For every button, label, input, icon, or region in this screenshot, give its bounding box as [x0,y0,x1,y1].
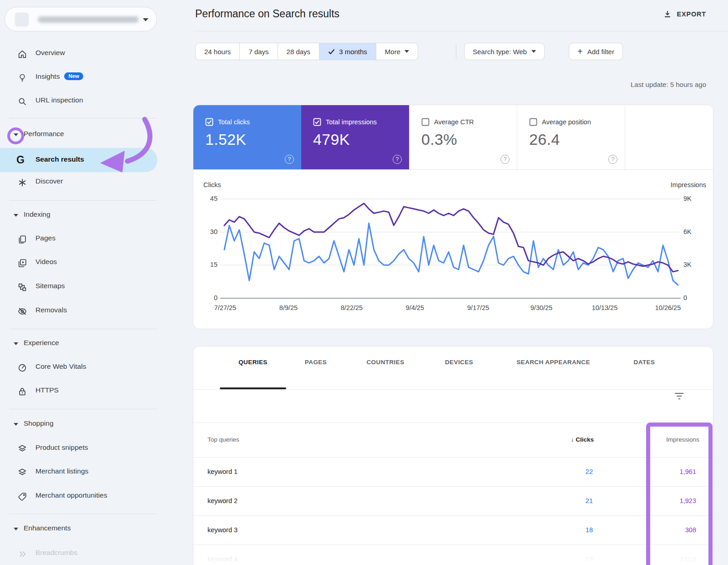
filter-icon[interactable] [674,391,685,402]
query-cell[interactable]: keyword 1 [207,468,238,475]
table-divider [193,389,713,390]
sidebar-item-core-web-vitals[interactable]: Core Web Vitals [0,358,157,377]
column-header-clicks-sorted[interactable]: ↓ Clicks [546,436,594,443]
metric-value: 26.4 [529,131,625,148]
checkbox-checked-icon [313,118,321,126]
sidebar-item-merchant-listings[interactable]: Merchant listings [0,463,157,481]
sidebar-item-label: URL inspection [35,96,83,104]
chevron-down-icon [404,50,409,53]
sidebar-section-label: Experience [24,339,59,347]
sidebar-item-merchant-opportunities[interactable]: Merchant opportunities [0,487,157,505]
search-type-label: Search type: Web [473,48,527,56]
help-icon[interactable]: ? [393,155,402,164]
sitemap-tree-icon [17,282,27,292]
sidebar-section-label: Enhancements [24,524,71,532]
property-selector[interactable] [5,7,157,31]
tab-devices[interactable]: DEVICES [445,359,473,366]
metric-value: 0.3% [421,131,517,148]
sidebar-item-overview[interactable]: Overview [0,45,157,63]
search-type-dropdown[interactable]: Search type: Web [464,43,545,60]
sidebar-item-label: Merchant listings [35,467,88,475]
dimensions-table-card [193,346,713,565]
tab-countries[interactable]: COUNTRIES [366,359,404,366]
range-24-hours[interactable]: 24 hours [196,43,240,60]
table-divider [193,422,713,423]
sidebar-item-label: Insights [35,72,60,80]
sidebar-item-label: Merchant opportunities [35,491,107,499]
clicks-cell: 18 [556,526,593,534]
sidebar-item-label: Sitemaps [35,282,65,290]
total-impressions-tile[interactable]: Total impressions 479K ? [301,105,409,169]
annotation-circle [7,127,24,144]
range-28-days[interactable]: 28 days [278,43,320,60]
metric-value: 479K [313,131,409,148]
add-filter-button[interactable]: + Add filter [569,43,623,60]
total-clicks-tile[interactable]: Total clicks 1.52K ? [193,105,301,169]
chevron-down-icon [531,50,536,53]
export-label: EXPORT [677,10,706,18]
eye-off-icon [17,306,27,316]
check-icon [328,49,335,55]
chevron-down-icon [14,528,18,530]
query-cell[interactable]: keyword 2 [207,497,238,504]
annotation-rectangle-impressions [646,422,713,565]
search-icon [17,97,27,107]
export-button[interactable]: EXPORT [663,8,706,20]
lightbulb-icon [17,73,27,83]
sidebar-divider [9,329,157,329]
sidebar-item-label: Overview [35,49,65,57]
column-header-queries: Top queries [207,436,239,443]
average-ctr-tile[interactable]: Average CTR 0.3% ? [409,105,517,169]
metric-value: 1.52K [205,131,301,148]
chevron-down-icon [14,342,18,345]
sidebar-divider [9,514,157,514]
help-icon[interactable]: ? [285,155,294,164]
sidebar-section-experience[interactable]: Experience [0,335,157,353]
chevron-down-icon [143,18,148,21]
help-icon[interactable]: ? [500,155,510,164]
sidebar-section-label: Indexing [24,210,51,219]
lock-icon [17,387,27,397]
range-label: 3 months [339,48,367,56]
plus-icon: + [577,47,583,56]
date-range-group: 24 hours 7 days 28 days 3 months More [195,43,418,60]
google-g-icon: G [16,154,28,166]
sidebar-section-enhancements[interactable]: Enhancements [0,520,157,538]
sidebar-item-pages[interactable]: Pages [0,230,157,248]
range-more[interactable]: More [376,43,418,60]
sidebar-item-sitemaps[interactable]: Sitemaps [0,278,157,296]
metric-label: Total clicks [218,118,250,126]
metric-tiles: Total clicks 1.52K ? Total impressions 4… [193,105,713,170]
checkbox-unchecked-icon [421,118,430,126]
gauge-icon [17,363,27,373]
range-3-months-selected[interactable]: 3 months [319,43,376,60]
average-position-tile[interactable]: Average position 26.4 ? [517,105,625,169]
video-library-icon [17,258,27,268]
header-divider [193,31,728,31]
page-title: Performance on Search results [195,8,339,20]
sidebar-item-product-snippets[interactable]: Product snippets [0,439,157,458]
tab-queries[interactable]: QUERIES [238,359,268,366]
clicks-cell: 22 [556,468,593,475]
empty-metric-tile [625,105,713,169]
tab-search-appearance[interactable]: SEARCH APPEARANCE [516,359,590,366]
discover-asterisk-icon [17,178,27,188]
tab-pages[interactable]: PAGES [305,359,327,366]
tab-dates[interactable]: DATES [634,359,655,366]
sidebar-item-removals[interactable]: Removals [0,302,157,320]
help-icon[interactable]: ? [608,155,617,164]
range-7-days[interactable]: 7 days [240,43,278,60]
controls-divider [456,44,456,59]
sidebar-item-breadcrumbs[interactable]: Breadcrumbs [0,545,157,563]
sidebar-item-label: Pages [35,234,56,242]
sidebar-item-https[interactable]: HTTPS [0,382,157,400]
sidebar-item-label: Removals [35,306,67,314]
sidebar-item-videos[interactable]: Videos [0,254,157,272]
sidebar-item-insights[interactable]: InsightsNew [0,68,157,87]
sidebar-divider [9,200,157,201]
sidebar-section-indexing[interactable]: Indexing [0,206,157,224]
sidebar-section-shopping[interactable]: Shopping [0,415,157,433]
performance-line-chart[interactable] [193,170,713,329]
query-cell[interactable]: keyword 3 [207,526,238,534]
checkbox-unchecked-icon [529,118,537,126]
